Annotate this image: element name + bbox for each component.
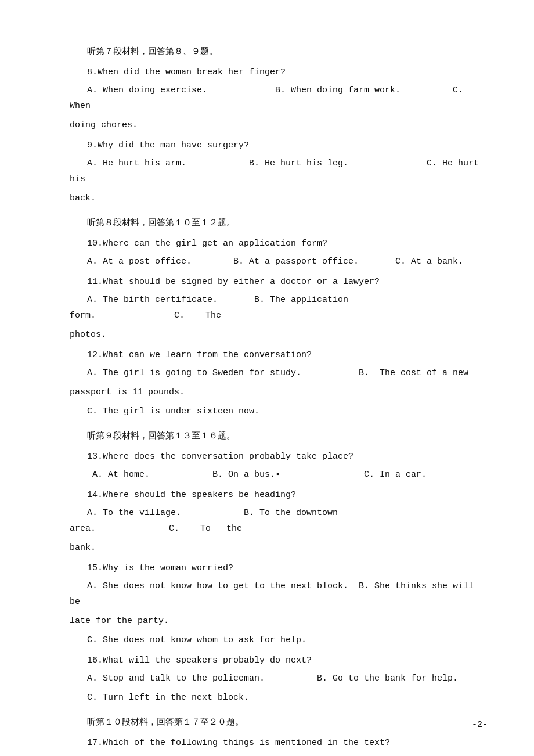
q16-opt-a: A. Stop and talk to the policeman. B. Go…: [87, 674, 458, 683]
q12-text: 12.What can we learn from the conversati…: [70, 347, 488, 363]
q9-text: 9.Why did the man have surgery?: [70, 138, 488, 153]
q11-wrap: photos.: [70, 327, 488, 343]
question-11: 11.What should be signed by either a doc…: [70, 274, 488, 343]
q8-text: 8.When did the woman break her finger?: [70, 64, 488, 80]
section7-header: 听第７段材料，回答第８、９题。: [70, 44, 488, 60]
question-10: 10.Where can the girl get an application…: [70, 236, 488, 269]
q8-opt-a: A. When doing exercise. B. When doing fa…: [70, 85, 468, 111]
q15-text: 15.Why is the woman worried?: [70, 560, 488, 576]
q13-text: 13.Where does the conversation probably …: [70, 449, 488, 465]
question-17: 17.Which of the following things is ment…: [70, 735, 488, 756]
q12-opt-a: A. The girl is going to Sweden for study…: [87, 368, 468, 378]
q17-text: 17.Which of the following things is ment…: [70, 735, 488, 751]
page-content: 听第７段材料，回答第８、９题。 8.When did the woman bre…: [70, 44, 488, 756]
q10-text: 10.Where can the girl get an application…: [70, 236, 488, 251]
question-12: 12.What can we learn from the conversati…: [70, 347, 488, 419]
q9-opts: A. He hurt his arm. B. He hurt his leg. …: [70, 159, 479, 184]
q12-wrap-b: passport is 11 pounds.: [70, 384, 488, 400]
question-9: 9.Why did the man have surgery? A. He hu…: [70, 138, 488, 206]
q15-opt-c: C. She does not know whom to ask for hel…: [70, 632, 488, 648]
q11-text: 11.What should be signed by either a doc…: [70, 274, 488, 290]
q12-opt-c: C. The girl is under sixteen now.: [70, 404, 488, 419]
q14-text: 14.Where should the speakers be heading?: [70, 487, 488, 503]
q14-wrap: bank.: [70, 540, 488, 556]
question-13: 13.Where does the conversation probably …: [70, 449, 488, 483]
question-16: 16.What will the speakers probably do ne…: [70, 653, 488, 705]
q13-opts: A. At home. B. On a bus.▪ C. In a car.: [87, 470, 427, 480]
q14-opts: A. To the village. B. To the downtown ar…: [70, 508, 338, 534]
q16-text: 16.What will the speakers probably do ne…: [70, 653, 488, 668]
page-number: -2-: [472, 717, 488, 733]
section9-header: 听第９段材料，回答第１３至１６题。: [70, 429, 488, 444]
section8-header: 听第８段材料，回答第１０至１２题。: [70, 215, 488, 231]
section10-header: 听第１０段材料，回答第１７至２０题。: [70, 715, 488, 730]
question-8: 8.When did the woman break her finger? A…: [70, 64, 488, 133]
q10-opts: A. At a post office. B. At a passport of…: [87, 257, 463, 267]
q15-opts-ab: A. She does not know how to get to the n…: [70, 581, 474, 607]
question-14: 14.Where should the speakers be heading?…: [70, 487, 488, 556]
q16-opt-c: C. Turn left in the next block.: [70, 690, 488, 705]
q11-opts: A. The birth certificate. B. The applica…: [70, 295, 348, 321]
question-15: 15.Why is the woman worried? A. She does…: [70, 560, 488, 648]
q8-wrap: doing chores.: [70, 117, 488, 133]
q9-wrap: back.: [70, 190, 488, 206]
q15-wrap-b: late for the party.: [70, 613, 488, 629]
